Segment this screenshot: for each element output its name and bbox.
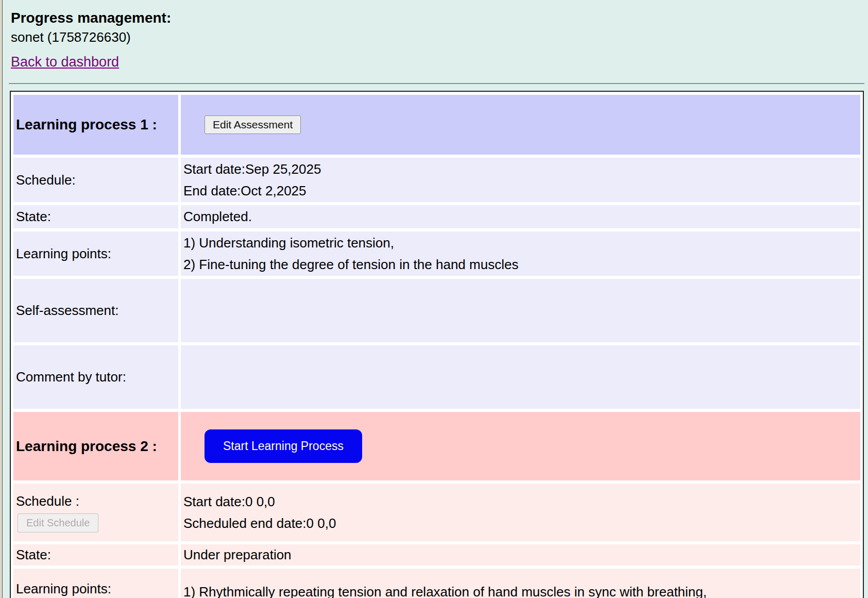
process-1-tutor-comment-row: Comment by tutor: xyxy=(13,345,860,409)
process-1-self-assessment-row: Self-assessment: xyxy=(13,279,860,342)
learning-point-2: 2) Fine-tuning the degree of tension in … xyxy=(183,254,858,275)
state-value: Completed. xyxy=(181,205,860,228)
schedule-label: Schedule : xyxy=(16,493,176,509)
state-label: State: xyxy=(13,544,178,566)
process-1-schedule-row: Schedule: Start date:Sep 25,2025 End dat… xyxy=(13,158,860,202)
process-2-title: Learning process 2 : xyxy=(13,412,178,480)
learning-points-value-cell: 1) Rhythmically repeating tension and re… xyxy=(181,569,860,598)
process-1-header-row: Learning process 1 : Edit Assessment xyxy=(13,95,860,155)
learning-points-value-cell: 1) Understanding isometric tension, 2) F… xyxy=(181,231,860,276)
edit-assessment-button[interactable]: Edit Assessment xyxy=(205,115,301,134)
back-to-dashboard-link[interactable]: Back to dashbord xyxy=(11,54,119,70)
state-value: Under preparation xyxy=(181,544,860,566)
process-1-state-row: State: Completed. xyxy=(13,205,860,228)
process-2-header-row: Learning process 2 : Start Learning Proc… xyxy=(13,412,860,480)
start-date-text: Start date:Sep 25,2025 xyxy=(183,158,858,180)
process-2-state-row: State: Under preparation xyxy=(13,544,860,566)
process-2-actions-cell: Start Learning Process xyxy=(181,412,860,480)
start-date-text: Start date:0 0,0 xyxy=(183,491,858,512)
start-learning-process-button[interactable]: Start Learning Process xyxy=(205,429,362,463)
page-title: Progress management: xyxy=(11,8,868,28)
process-1-title: Learning process 1 : xyxy=(13,95,178,155)
progress-table: Learning process 1 : Edit Assessment Sch… xyxy=(10,91,864,598)
self-assessment-label: Self-assessment: xyxy=(13,279,178,342)
learning-point-1: 1) Rhythmically repeating tension and re… xyxy=(183,581,858,598)
process-2-learning-points-row: Learning points: 1) Rhythmically repeati… xyxy=(13,569,860,598)
learning-point-1: 1) Understanding isometric tension, xyxy=(183,232,858,254)
state-label: State: xyxy=(13,205,178,228)
schedule-label: Schedule: xyxy=(13,158,178,202)
schedule-value-cell: Start date:0 0,0 Scheduled end date:0 0,… xyxy=(181,484,860,541)
self-assessment-value-cell xyxy=(181,279,860,342)
process-1-actions-cell: Edit Assessment xyxy=(181,95,860,155)
tutor-comment-value-cell xyxy=(181,345,860,409)
schedule-label-cell: Schedule : Edit Schedule xyxy=(13,484,178,541)
end-date-text: End date:Oct 2,2025 xyxy=(183,180,858,202)
progress-management-page: Progress management: sonet (1758726630) … xyxy=(0,8,868,598)
scheduled-end-date-text: Scheduled end date:0 0,0 xyxy=(183,512,858,534)
page-header: Progress management: sonet (1758726630) xyxy=(11,8,868,46)
user-identifier: sonet (1758726630) xyxy=(11,28,868,46)
edit-schedule-button[interactable]: Edit Schedule xyxy=(18,513,98,533)
learning-points-label: Learning points: xyxy=(13,569,178,598)
process-1-learning-points-row: Learning points: 1) Understanding isomet… xyxy=(13,231,860,276)
window-edge-artifact xyxy=(0,0,3,598)
header-divider xyxy=(9,83,864,84)
process-2-schedule-row: Schedule : Edit Schedule Start date:0 0,… xyxy=(13,484,860,541)
learning-points-label: Learning points: xyxy=(13,231,178,276)
schedule-value-cell: Start date:Sep 25,2025 End date:Oct 2,20… xyxy=(181,158,860,202)
tutor-comment-label: Comment by tutor: xyxy=(13,345,178,409)
